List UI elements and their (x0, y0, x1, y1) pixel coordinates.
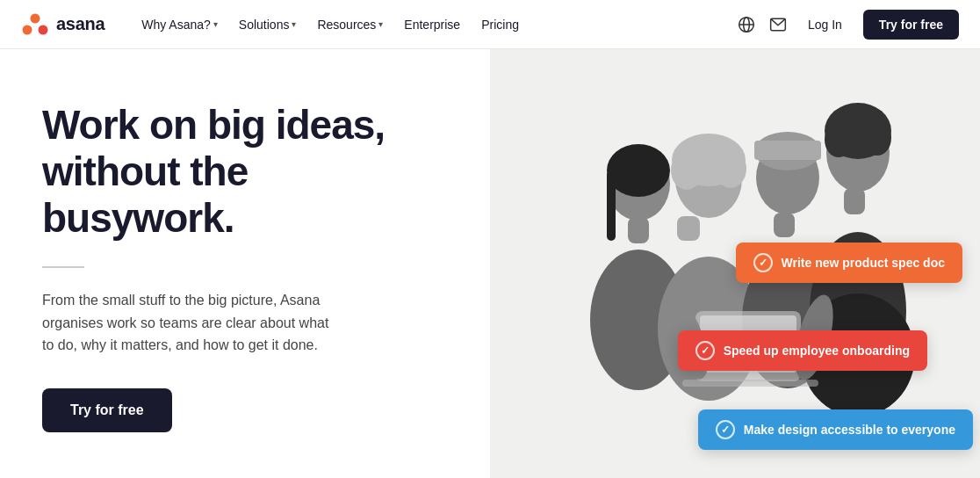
svg-rect-11 (628, 217, 649, 243)
check-icon: ✓ (753, 253, 773, 272)
task-chip-1: ✓ Write new product spec doc (736, 243, 962, 283)
nav-right: Log In Try for free (738, 10, 959, 40)
svg-rect-16 (677, 216, 700, 241)
globe-icon (738, 16, 755, 33)
nav-enterprise[interactable]: Enterprise (395, 12, 469, 37)
chevron-down-icon: ▾ (292, 19, 296, 29)
svg-rect-9 (607, 170, 616, 241)
task-chip-2: ✓ Speed up employee onboarding (678, 330, 927, 371)
nav-try-free-button[interactable]: Try for free (863, 10, 959, 40)
navbar: asana Why Asana? ▾ Solutions ▾ Resources… (0, 0, 980, 49)
hero-right-panel: ✓ Write new product spec doc ✓ Speed up … (490, 49, 980, 478)
check-icon: ✓ (695, 341, 715, 360)
nav-why-asana[interactable]: Why Asana? ▾ (133, 12, 227, 37)
hero-title: Work on big ideas, without the busywork. (42, 102, 448, 242)
chevron-down-icon: ▾ (213, 19, 218, 29)
svg-rect-27 (844, 188, 865, 214)
globe-icon-button[interactable] (738, 16, 755, 33)
hero-try-free-button[interactable]: Try for free (42, 388, 172, 432)
nav-resources[interactable]: Resources ▾ (308, 12, 392, 37)
mail-icon-button[interactable] (769, 16, 787, 33)
main-content: Work on big ideas, without the busywork.… (0, 49, 980, 478)
mail-icon (769, 16, 787, 33)
svg-point-8 (607, 144, 670, 197)
login-link[interactable]: Log In (801, 12, 849, 37)
svg-point-2 (39, 25, 48, 34)
svg-rect-21 (774, 213, 795, 237)
svg-rect-20 (754, 141, 821, 160)
hero-description: From the small stuff to the big picture,… (42, 289, 341, 357)
logo-icon (21, 11, 49, 39)
svg-point-1 (23, 25, 32, 34)
hero-divider (42, 266, 84, 268)
svg-point-0 (31, 13, 40, 23)
logo[interactable]: asana (21, 11, 104, 39)
svg-point-14 (671, 151, 703, 190)
check-icon: ✓ (716, 420, 735, 439)
chevron-down-icon: ▾ (378, 19, 383, 29)
nav-solutions[interactable]: Solutions ▾ (230, 12, 306, 37)
svg-point-26 (863, 120, 891, 156)
hero-left-panel: Work on big ideas, without the busywork.… (0, 49, 490, 478)
task-chip-3: ✓ Make design accessible to everyone (698, 409, 973, 450)
svg-point-25 (825, 122, 853, 157)
nav-pricing[interactable]: Pricing (472, 12, 528, 37)
logo-text: asana (56, 14, 104, 34)
svg-point-15 (715, 149, 746, 188)
nav-links: Why Asana? ▾ Solutions ▾ Resources ▾ Ent… (133, 12, 738, 37)
svg-rect-32 (682, 380, 818, 387)
